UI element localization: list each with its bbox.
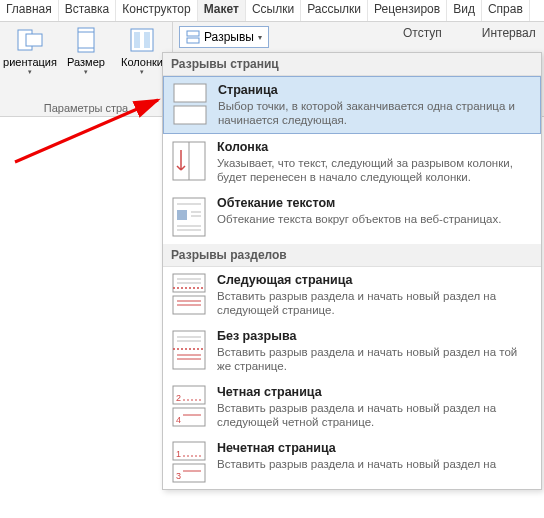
break-page-icon bbox=[172, 83, 208, 125]
interval-label: Интервал bbox=[482, 26, 536, 40]
columns-icon bbox=[126, 26, 158, 54]
svg-rect-6 bbox=[134, 32, 140, 48]
page-setup-group: риентация ▾ Размер ▾ Колонки ▾ bbox=[0, 22, 173, 116]
break-text-wrap-icon bbox=[171, 196, 207, 238]
orientation-label: риентация bbox=[3, 56, 57, 68]
break-next-page-icon bbox=[171, 273, 207, 315]
size-label: Размер bbox=[67, 56, 105, 68]
section-breaks-header: Разрывы разделов bbox=[163, 244, 541, 267]
svg-rect-7 bbox=[144, 32, 150, 48]
columns-label: Колонки bbox=[121, 56, 163, 68]
break-odd-page-item[interactable]: 1 3 Нечетная страница Вставить разрыв ра… bbox=[163, 435, 541, 489]
break-continuous-icon bbox=[171, 329, 207, 371]
orientation-button[interactable]: риентация ▾ bbox=[6, 26, 54, 76]
chevron-down-icon: ▾ bbox=[258, 33, 262, 42]
break-column-item[interactable]: Колонка Указывает, что текст, следующий … bbox=[163, 134, 541, 190]
svg-rect-8 bbox=[187, 31, 199, 36]
tab-help[interactable]: Справ bbox=[482, 0, 530, 21]
chevron-down-icon: ▾ bbox=[84, 68, 88, 76]
item-desc: Выбор точки, в которой заканчивается одн… bbox=[218, 99, 532, 127]
columns-button[interactable]: Колонки ▾ bbox=[118, 26, 166, 76]
tab-layout[interactable]: Макет bbox=[198, 0, 246, 21]
chevron-down-icon: ▾ bbox=[28, 68, 32, 76]
tab-design[interactable]: Конструктор bbox=[116, 0, 197, 21]
item-desc: Указывает, что текст, следующий за разры… bbox=[217, 156, 533, 184]
break-text-wrap-item[interactable]: Обтекание текстом Обтекание текста вокру… bbox=[163, 190, 541, 244]
indent-label: Отступ bbox=[403, 26, 442, 40]
item-title: Колонка bbox=[217, 140, 533, 154]
item-desc: Вставить разрыв раздела и начать новый р… bbox=[217, 289, 533, 317]
item-title: Обтекание текстом bbox=[217, 196, 533, 210]
size-button[interactable]: Размер ▾ bbox=[62, 26, 110, 76]
break-page-item[interactable]: Страница Выбор точки, в которой заканчив… bbox=[163, 76, 541, 134]
item-desc: Вставить разрыв раздела и начать новый р… bbox=[217, 345, 533, 373]
breaks-icon bbox=[186, 30, 200, 44]
svg-rect-11 bbox=[174, 84, 206, 102]
breaks-dropdown: Разрывы страниц Страница Выбор точки, в … bbox=[162, 52, 542, 490]
ribbon-tabs: Главная Вставка Конструктор Макет Ссылки… bbox=[0, 0, 544, 22]
tab-review[interactable]: Рецензиров bbox=[368, 0, 447, 21]
size-icon bbox=[70, 26, 102, 54]
item-title: Четная страница bbox=[217, 385, 533, 399]
svg-rect-12 bbox=[174, 106, 206, 124]
tab-view[interactable]: Вид bbox=[447, 0, 482, 21]
svg-rect-16 bbox=[177, 210, 187, 220]
item-desc: Вставить разрыв раздела и начать новый р… bbox=[217, 457, 533, 471]
tab-mailings[interactable]: Рассылки bbox=[301, 0, 368, 21]
breaks-button[interactable]: Разрывы ▾ bbox=[179, 26, 269, 48]
svg-rect-9 bbox=[187, 38, 199, 43]
svg-text:3: 3 bbox=[176, 471, 181, 481]
break-continuous-item[interactable]: Без разрыва Вставить разрыв раздела и на… bbox=[163, 323, 541, 379]
page-setup-group-label: Параметры стра bbox=[6, 100, 166, 114]
item-title: Нечетная страница bbox=[217, 441, 533, 455]
break-odd-page-icon: 1 3 bbox=[171, 441, 207, 483]
chevron-down-icon: ▾ bbox=[140, 68, 144, 76]
breaks-label: Разрывы bbox=[204, 30, 254, 44]
svg-rect-1 bbox=[26, 34, 42, 46]
svg-text:1: 1 bbox=[176, 449, 181, 459]
break-even-page-icon: 2 4 bbox=[171, 385, 207, 427]
item-title: Без разрыва bbox=[217, 329, 533, 343]
break-column-icon bbox=[171, 140, 207, 182]
tab-home[interactable]: Главная bbox=[0, 0, 59, 21]
item-desc: Обтекание текста вокруг объектов на веб-… bbox=[217, 212, 533, 226]
item-title: Страница bbox=[218, 83, 532, 97]
item-title: Следующая страница bbox=[217, 273, 533, 287]
break-even-page-item[interactable]: 2 4 Четная страница Вставить разрыв разд… bbox=[163, 379, 541, 435]
break-next-page-item[interactable]: Следующая страница Вставить разрыв разде… bbox=[163, 267, 541, 323]
tab-insert[interactable]: Вставка bbox=[59, 0, 117, 21]
item-desc: Вставить разрыв раздела и начать новый р… bbox=[217, 401, 533, 429]
tab-references[interactable]: Ссылки bbox=[246, 0, 301, 21]
page-breaks-header: Разрывы страниц bbox=[163, 53, 541, 76]
orientation-icon bbox=[14, 26, 46, 54]
svg-text:4: 4 bbox=[176, 415, 181, 425]
svg-text:2: 2 bbox=[176, 393, 181, 403]
